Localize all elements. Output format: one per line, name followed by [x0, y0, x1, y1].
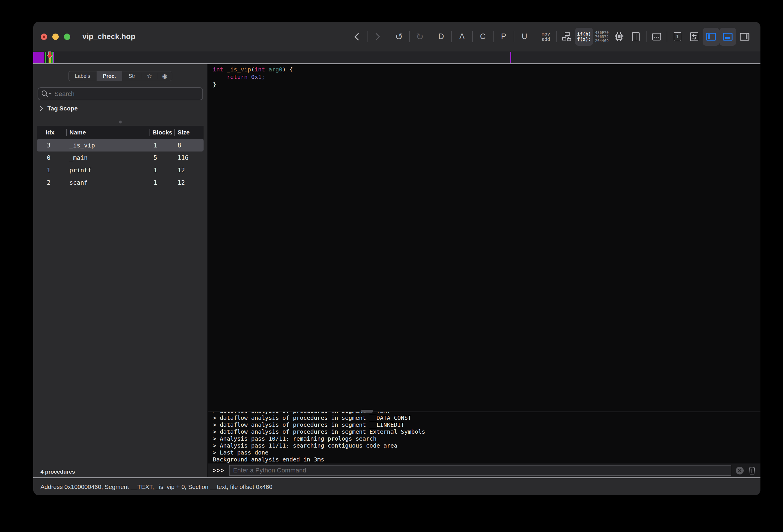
table-header[interactable]: Idx Name Blocks Size — [37, 126, 203, 139]
back-button[interactable] — [348, 26, 365, 47]
splitter-handle[interactable] — [361, 410, 373, 413]
address-status-text: Address 0x100000460, Segment __TEXT, _is… — [40, 483, 272, 490]
console-splitter[interactable] — [208, 411, 760, 412]
clear-console-button[interactable] — [736, 467, 744, 474]
console-line: > dataflow analysis of procedures in seg… — [213, 428, 760, 435]
column-header-blocks[interactable]: Blocks — [150, 129, 174, 136]
column-header-idx[interactable]: Idx — [37, 129, 66, 136]
procedures-table: Idx Name Blocks Size 3 _is_vip 1 8 0 _ma… — [37, 126, 203, 189]
delete-log-button[interactable] — [748, 466, 756, 475]
hex-view-button[interactable]: 486F70706572204469 — [593, 26, 611, 47]
mark-code-button[interactable]: C — [474, 26, 491, 47]
tab-favorites[interactable]: ☆ — [142, 71, 157, 81]
status-bar: Address 0x100000460, Segment __TEXT, _is… — [33, 477, 760, 495]
console-line: > Last pass done — [213, 449, 760, 456]
toolbar-separator — [472, 31, 473, 42]
tab-tags[interactable]: ◉ — [157, 71, 172, 81]
zoom-button[interactable] — [64, 34, 70, 40]
console-line: > Analysis pass 11/11: searching contigu… — [213, 442, 760, 449]
tag-scope-disclosure[interactable]: Tag Scope — [40, 104, 207, 113]
toolbar-separator — [493, 31, 494, 42]
code-line: } — [213, 81, 760, 88]
code-line: return 0x1; — [213, 73, 760, 81]
column-header-size[interactable]: Size — [175, 129, 203, 136]
toolbar-separator — [514, 31, 514, 42]
swap-arrows-icon — [690, 32, 698, 41]
single-view-button[interactable]: 1 — [669, 26, 686, 47]
column-header-name[interactable]: Name — [67, 129, 149, 136]
code-line: int _is_vip(int arg0) { — [213, 66, 760, 73]
toggle-bottom-panel-button[interactable] — [719, 28, 736, 46]
minimize-button[interactable] — [52, 34, 59, 40]
segment-navigation-strip[interactable] — [33, 52, 760, 64]
segment-block-purple — [33, 52, 44, 63]
chevron-right-icon — [40, 105, 43, 111]
window-title: vip_check.hop — [83, 32, 135, 41]
toggle-left-panel-button[interactable] — [702, 28, 719, 46]
python-command-bar: >>> — [208, 464, 760, 477]
toolbar-separator — [409, 31, 410, 42]
forward-button[interactable] — [369, 26, 386, 47]
mark-undefined-button[interactable]: U — [516, 26, 533, 47]
pseudocode-view-button[interactable]: if(b)f(x); — [575, 28, 593, 46]
tab-strings[interactable]: Str — [122, 71, 142, 81]
split-column-button[interactable] — [627, 26, 644, 47]
console-line-clipped: > dataflow analysis of procedures in seg… — [213, 412, 760, 414]
cpu-icon — [614, 32, 624, 42]
undo-button[interactable]: ↺ — [390, 26, 407, 47]
swap-panes-button[interactable] — [686, 26, 702, 47]
toggle-right-panel-button[interactable] — [736, 26, 753, 47]
tag-circle-icon: ◉ — [162, 72, 167, 80]
procedure-count-label: 4 procedures — [33, 466, 207, 477]
control-flow-graph-button[interactable] — [558, 26, 575, 47]
main-pane: int _is_vip(int arg0) { return 0x1; } > … — [208, 64, 760, 477]
procedure-row[interactable]: 1 printf 1 12 — [37, 164, 203, 176]
toolbar-separator — [451, 31, 452, 42]
right-panel-icon — [740, 32, 749, 41]
tag-scope-label: Tag Scope — [48, 105, 78, 112]
console-line: > dataflow analysis of procedures in seg… — [213, 414, 760, 421]
left-panel-icon — [706, 32, 716, 41]
procedure-row[interactable]: 2 scanf 1 12 — [37, 176, 203, 189]
mark-procedure-button[interactable]: P — [495, 26, 512, 47]
pseudocode-view[interactable]: int _is_vip(int arg0) { return 0x1; } — [208, 64, 760, 411]
search-icon — [41, 90, 52, 98]
title-bar: vip_check.hop ↺ ↻ D A C P U — [33, 22, 760, 52]
splitter-handle[interactable] — [119, 121, 122, 123]
console-line: Background analysis ended in 3ms — [213, 456, 760, 463]
close-button[interactable] — [41, 34, 47, 40]
toolbar-separator — [667, 31, 667, 42]
mark-ascii-button[interactable]: A — [454, 26, 470, 47]
search-input[interactable] — [54, 90, 199, 98]
collapse-rows-button[interactable] — [648, 26, 665, 47]
analysis-console[interactable]: > dataflow analysis of procedures in seg… — [208, 412, 760, 464]
bottom-panel-icon — [723, 32, 733, 41]
python-command-input[interactable] — [233, 467, 727, 474]
search-field[interactable] — [38, 87, 203, 100]
python-command-field[interactable] — [229, 465, 731, 476]
tab-labels[interactable]: Labels — [68, 71, 97, 81]
procedure-row[interactable]: 0 _main 5 116 — [37, 152, 203, 164]
column-split-icon — [632, 32, 639, 41]
toolbar-separator — [556, 31, 557, 42]
close-icon — [738, 469, 742, 472]
caret-position-marker — [510, 52, 511, 63]
dotted-row-icon — [652, 33, 661, 40]
tab-procedures[interactable]: Proc. — [97, 71, 122, 81]
toolbar: ↺ ↻ D A C P U movadd — [348, 26, 753, 47]
assembly-view-button[interactable]: movadd — [537, 26, 554, 47]
cpu-button[interactable] — [611, 26, 627, 47]
toolbar-separator — [367, 31, 368, 42]
trash-icon — [748, 466, 756, 475]
box-one-icon: 1 — [674, 32, 681, 41]
current-location-arrow-icon — [46, 52, 54, 60]
console-line: > Analysis pass 10/11: remaining prologs… — [213, 435, 760, 442]
star-icon: ☆ — [147, 72, 152, 80]
procedure-row[interactable]: 3 _is_vip 1 8 — [37, 139, 203, 152]
console-line: > dataflow analysis of procedures in seg… — [213, 421, 760, 428]
python-prompt: >>> — [213, 467, 225, 474]
redo-button[interactable]: ↻ — [411, 26, 428, 47]
traffic-lights — [41, 34, 70, 40]
toolbar-separator — [646, 31, 647, 42]
mark-data-button[interactable]: D — [433, 26, 449, 47]
